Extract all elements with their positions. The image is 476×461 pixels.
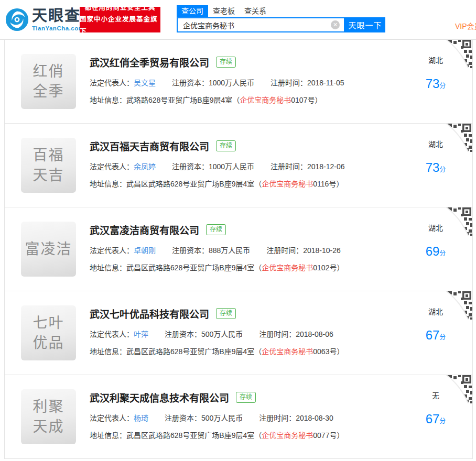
company-info: 武汉七叶优品科技有限公司 存续 法定代表人：叶萍 注册资本：500万人民币 注册… bbox=[90, 291, 472, 356]
company-name[interactable]: 武汉富凌洁商贸有限公司 bbox=[90, 223, 199, 237]
capital-label: 注册资本： bbox=[172, 246, 209, 255]
company-name[interactable]: 武汉利聚天成信息技术有限公司 bbox=[90, 390, 229, 404]
legal-rep-link[interactable]: 吴文星 bbox=[134, 79, 156, 87]
results-list: 红俏全季 武汉红俏全季贸易有限公司 存续 法定代表人：吴文星 注册资本：1000… bbox=[4, 40, 473, 459]
score-link[interactable]: 67分 bbox=[419, 412, 452, 426]
date-value: 2018-11-05 bbox=[307, 79, 344, 87]
search-tabbar: 查公司 查老板 查关系 bbox=[177, 6, 258, 17]
address-highlight: 企优宝商务秘书 bbox=[240, 96, 291, 104]
score-suffix: 分 bbox=[439, 250, 446, 257]
company-card: 富凌洁 武汉富凌洁商贸有限公司 存续 法定代表人：卓朝刚 注册资本：888万人民… bbox=[5, 207, 472, 291]
company-address-row: 地址信息：武昌区武珞路628号亚贸广场B座9层4室（企优宝商务秘书0077号） bbox=[90, 430, 472, 440]
score-suffix: 分 bbox=[439, 334, 446, 341]
legal-rep-link[interactable]: 余凤婷 bbox=[134, 162, 156, 171]
search-box: ✕ bbox=[177, 17, 345, 32]
date-label: 注册时间： bbox=[259, 330, 296, 338]
tab-company[interactable]: 查公司 bbox=[177, 5, 208, 17]
capital-label: 注册资本： bbox=[165, 414, 201, 422]
score-link[interactable]: 69分 bbox=[419, 244, 452, 259]
tab-relation[interactable]: 查关系 bbox=[240, 5, 271, 17]
legal-rep-link[interactable]: 卓朝刚 bbox=[134, 246, 156, 255]
clear-icon[interactable]: ✕ bbox=[331, 20, 340, 29]
avatar-text-line: 红俏 bbox=[33, 62, 64, 82]
capital-value: 888万人民币 bbox=[209, 246, 250, 255]
company-detail-row: 法定代表人：叶萍 注册资本：500万人民币 注册时间：2018-08-06 bbox=[90, 328, 472, 339]
company-name[interactable]: 武汉百福天吉商贸有限公司 bbox=[90, 139, 209, 153]
company-detail-row: 法定代表人：卓朝刚 注册资本：888万人民币 注册时间：2018-10-26 bbox=[90, 245, 472, 255]
company-address-row: 地址信息：武昌区武珞路628号亚贸广场B座9层4室（企优宝商务秘书0116号） bbox=[90, 178, 472, 189]
site-logo[interactable]: 天眼查 TianYanCha.com bbox=[5, 8, 84, 31]
qr-corner-icon[interactable] bbox=[446, 207, 472, 236]
legal-rep-link[interactable]: 叶萍 bbox=[134, 330, 148, 338]
company-card: 七叶优品 武汉七叶优品科技有限公司 存续 法定代表人：叶萍 注册资本：500万人… bbox=[5, 291, 472, 375]
date-label: 注册时间： bbox=[271, 79, 307, 87]
date-value: 2018-12-06 bbox=[307, 162, 345, 171]
company-address-row: 地址信息：武昌区武珞路628号亚贸广场B座9层4室（企优宝商务秘书0102号） bbox=[90, 262, 472, 272]
capital-label: 注册资本： bbox=[165, 330, 201, 338]
company-name[interactable]: 武汉红俏全季贸易有限公司 bbox=[90, 55, 209, 69]
company-detail-row: 法定代表人：余凤婷 注册资本：1000万人民币 注册时间：2018-12-06 bbox=[90, 161, 472, 171]
search-area: ✕ 天眼一下 bbox=[177, 17, 385, 32]
company-avatar[interactable]: 百福天吉 bbox=[21, 138, 76, 193]
score-value: 73 bbox=[426, 160, 440, 174]
score-link[interactable]: 67分 bbox=[419, 328, 452, 343]
score-value: 67 bbox=[426, 328, 440, 342]
company-card: 百福天吉 武汉百福天吉商贸有限公司 存续 法定代表人：余凤婷 注册资本：1000… bbox=[5, 124, 472, 207]
vip-link[interactable]: VIP会员 bbox=[455, 20, 476, 31]
address-label: 地址信息： bbox=[90, 431, 126, 440]
address-highlight: 企优宝商务秘书 bbox=[262, 347, 313, 356]
promo-banner: 都在用的商业安全工具 国家中小企业发展基金旗下 bbox=[80, 7, 160, 32]
score-link[interactable]: 73分 bbox=[419, 160, 452, 175]
avatar-text-line: 全季 bbox=[33, 82, 64, 102]
status-badge: 存续 bbox=[216, 57, 236, 68]
date-value: 2018-10-26 bbox=[303, 246, 341, 255]
capital-label: 注册资本： bbox=[172, 79, 209, 87]
capital-value: 1000万人民币 bbox=[209, 79, 254, 87]
address-prefix: 武昌区武珞路628号亚贸广场B座9层4室（ bbox=[126, 347, 262, 356]
legal-rep-label: 法定代表人： bbox=[90, 162, 134, 171]
score-suffix: 分 bbox=[439, 82, 446, 90]
qr-corner-icon[interactable] bbox=[446, 375, 472, 403]
score-link[interactable]: 73分 bbox=[419, 76, 452, 91]
avatar-text-line: 优品 bbox=[33, 333, 64, 353]
address-prefix: 武昌区武珞路628号亚贸广场B座9层4室（ bbox=[126, 264, 262, 272]
company-detail-row: 法定代表人：杨琦 注册资本：500万人民币 注册时间：2018-08-30 bbox=[90, 412, 472, 423]
qr-corner-icon[interactable] bbox=[446, 40, 472, 68]
qr-corner-icon[interactable] bbox=[446, 124, 472, 152]
address-highlight: 企优宝商务秘书 bbox=[262, 180, 313, 188]
status-badge: 存续 bbox=[206, 224, 226, 235]
company-detail-row: 法定代表人：吴文星 注册资本：1000万人民币 注册时间：2018-11-05 bbox=[90, 77, 472, 87]
address-highlight: 企优宝商务秘书 bbox=[262, 264, 313, 272]
company-avatar[interactable]: 七叶优品 bbox=[21, 305, 76, 360]
status-badge: 存续 bbox=[216, 308, 236, 319]
address-suffix: 0116号） bbox=[313, 180, 343, 188]
legal-rep-link[interactable]: 杨琦 bbox=[134, 414, 148, 422]
company-address-row: 地址信息：武珞路628号亚贸广场B座9层4室（企优宝商务秘书0107号） bbox=[90, 94, 472, 105]
date-label: 注册时间： bbox=[266, 246, 303, 255]
avatar-text-line: 七叶 bbox=[33, 313, 64, 333]
legal-rep-label: 法定代表人： bbox=[90, 330, 134, 338]
company-name[interactable]: 武汉七叶优品科技有限公司 bbox=[90, 306, 209, 321]
company-address-row: 地址信息：武昌区武珞路628号亚贸广场B座9层4室（企优宝商务秘书0063号） bbox=[90, 346, 472, 356]
status-badge: 存续 bbox=[216, 140, 236, 151]
company-avatar[interactable]: 红俏全季 bbox=[21, 54, 76, 109]
company-card: 红俏全季 武汉红俏全季贸易有限公司 存续 法定代表人：吴文星 注册资本：1000… bbox=[5, 40, 472, 124]
avatar-text-line: 天吉 bbox=[33, 166, 64, 185]
company-info: 武汉红俏全季贸易有限公司 存续 法定代表人：吴文星 注册资本：1000万人民币 … bbox=[90, 40, 472, 105]
search-input[interactable] bbox=[183, 21, 331, 29]
score-suffix: 分 bbox=[439, 166, 446, 173]
score-value: 69 bbox=[426, 244, 440, 258]
qr-corner-icon[interactable] bbox=[446, 291, 472, 320]
address-prefix: 武珞路628号亚贸广场B座9层4室（ bbox=[126, 96, 240, 104]
status-badge: 存续 bbox=[236, 392, 256, 403]
search-button[interactable]: 天眼一下 bbox=[345, 17, 385, 32]
company-avatar[interactable]: 富凌洁 bbox=[21, 222, 76, 277]
tab-boss[interactable]: 查老板 bbox=[208, 5, 240, 17]
avatar-text-line: 富凌洁 bbox=[25, 239, 72, 259]
company-avatar[interactable]: 利聚天成 bbox=[21, 389, 76, 444]
promo-banner-line1: 都在用的商业安全工具 bbox=[84, 2, 155, 14]
capital-value: 500万人民币 bbox=[201, 330, 243, 338]
date-label: 注册时间： bbox=[259, 414, 296, 422]
promo-banner-line2: 国家中小企业发展基金旗下 bbox=[80, 14, 160, 37]
avatar-text-line: 利聚 bbox=[33, 397, 64, 417]
